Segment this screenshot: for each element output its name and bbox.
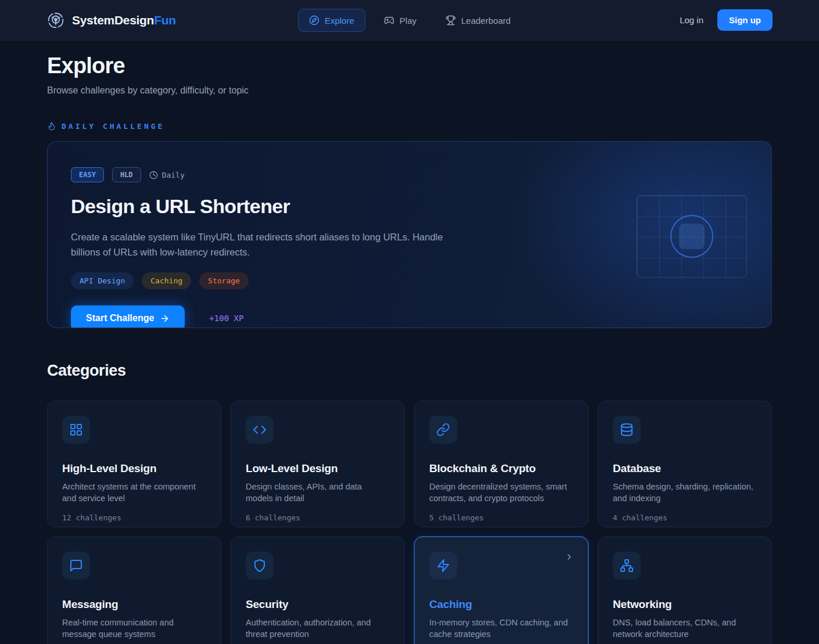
link-icon [429, 416, 457, 444]
tag-api-design[interactable]: API Design [71, 272, 134, 289]
category-card-networking[interactable]: Networking DNS, load balancers, CDNs, an… [598, 537, 772, 644]
network-icon [613, 552, 641, 580]
category-description: Design classes, APIs, and data models in… [246, 481, 390, 504]
brand[interactable]: SystemDesignFun [46, 11, 176, 30]
categories-heading: Categories [47, 362, 772, 380]
category-title: Blockchain & Crypto [429, 462, 573, 475]
brand-logo-icon [46, 11, 65, 30]
clock-icon [149, 171, 158, 179]
grid-icon [62, 416, 90, 444]
compass-icon [309, 15, 319, 26]
category-card-caching[interactable]: Caching In-memory stores, CDN caching, a… [414, 537, 588, 644]
category-description: Design decentralized systems, smart cont… [429, 481, 573, 504]
chevron-right-icon [565, 552, 574, 564]
category-title: Database [613, 462, 757, 475]
category-description: In-memory stores, CDN caching, and cache… [429, 617, 573, 640]
nav-item-explore[interactable]: Explore [298, 9, 365, 32]
hero-decorative-grid [637, 195, 747, 278]
category-count: 4 challenges [613, 513, 757, 522]
category-count: 5 challenges [429, 513, 573, 522]
challenge-description: Create a scalable system like TinyURL th… [71, 229, 466, 260]
category-title: Caching [429, 598, 573, 611]
nav-item-label: Play [400, 16, 416, 26]
signup-button[interactable]: Sign up [717, 9, 773, 31]
category-description: Authentication, authorization, and threa… [246, 617, 390, 640]
category-description: DNS, load balancers, CDNs, and network a… [613, 617, 757, 640]
nav-item-leaderboard[interactable]: Leaderboard [435, 9, 521, 31]
categories-grid: High-Level Design Architect systems at t… [47, 401, 772, 644]
daily-challenge-section-label: DAILY CHALLENGE [47, 121, 772, 131]
type-badge: HLD [112, 167, 141, 182]
gamepad-icon [384, 15, 394, 26]
category-title: Networking [613, 598, 757, 611]
login-link[interactable]: Log in [680, 15, 703, 25]
category-title: Security [246, 598, 390, 611]
tag-caching[interactable]: Caching [142, 272, 191, 289]
decorative-square [679, 224, 705, 249]
daily-challenge-card: EASY HLD Daily Design a URL Shortener Cr… [47, 141, 772, 328]
category-title: Low-Level Design [246, 462, 390, 475]
page-subtitle: Browse challenges by category, difficult… [47, 85, 772, 96]
nav-item-label: Explore [325, 16, 354, 26]
lightning-icon [429, 552, 457, 580]
category-card-messaging[interactable]: Messaging Real-time communication and me… [47, 537, 221, 644]
nav-item-play[interactable]: Play [373, 9, 427, 31]
category-count: 12 challenges [62, 513, 206, 522]
xp-reward-label: +100 XP [209, 314, 243, 323]
category-card-high-level-design[interactable]: High-Level Design Architect systems at t… [47, 401, 221, 527]
category-card-database[interactable]: Database Schema design, sharding, replic… [598, 401, 772, 527]
arrow-right-icon [160, 314, 170, 323]
message-icon [62, 552, 90, 580]
category-card-security[interactable]: Security Authentication, authorization, … [231, 537, 405, 644]
main-content: Explore Browse challenges by category, d… [47, 53, 772, 644]
category-count: 6 challenges [246, 513, 390, 522]
category-card-blockchain-crypto[interactable]: Blockchain & Crypto Design decentralized… [414, 401, 588, 527]
code-icon [246, 416, 274, 444]
flame-icon [47, 121, 56, 131]
tag-storage[interactable]: Storage [199, 272, 249, 289]
category-description: Schema design, sharding, replication, an… [613, 481, 757, 504]
top-nav: SystemDesignFun Explore Play Leaderboard [0, 0, 819, 41]
brand-name: SystemDesignFun [72, 13, 176, 27]
nav-center: Explore Play Leaderboard [298, 0, 521, 41]
category-description: Real-time communication and message queu… [62, 617, 206, 640]
category-description: Architect systems at the component and s… [62, 481, 206, 504]
category-title: Messaging [62, 598, 206, 611]
nav-right: Log in Sign up [680, 9, 773, 31]
trophy-icon [446, 15, 456, 26]
shield-icon [246, 552, 274, 580]
nav-item-label: Leaderboard [461, 16, 511, 26]
difficulty-badge: EASY [71, 167, 104, 182]
frequency-flag: Daily [149, 171, 185, 179]
hero-actions: Start Challenge +100 XP [71, 305, 748, 328]
category-title: High-Level Design [62, 462, 206, 475]
hero-badges: EASY HLD Daily [71, 167, 748, 182]
database-icon [613, 416, 641, 444]
category-card-low-level-design[interactable]: Low-Level Design Design classes, APIs, a… [231, 401, 405, 527]
start-challenge-button[interactable]: Start Challenge [71, 305, 185, 328]
page-title: Explore [47, 53, 772, 78]
